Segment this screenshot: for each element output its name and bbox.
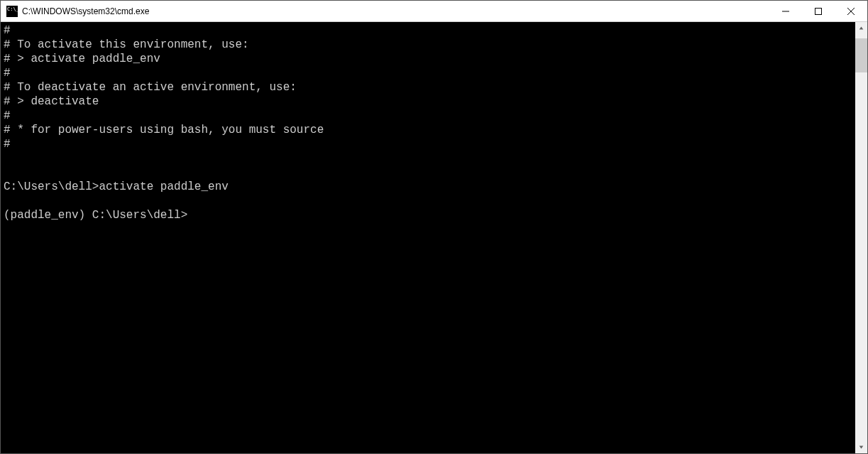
- output-line: C:\Users\dell>activate paddle_env: [4, 180, 852, 194]
- output-line: # * for power-users using bash, you must…: [4, 123, 852, 137]
- output-line: # To deactivate an active environment, u…: [4, 80, 852, 94]
- close-icon: [847, 8, 855, 15]
- output-line: #: [4, 109, 852, 123]
- chevron-down-icon: [859, 445, 864, 450]
- output-line: [4, 194, 852, 208]
- minimize-icon: [782, 8, 789, 15]
- titlebar[interactable]: C:\WINDOWS\system32\cmd.exe: [1, 1, 867, 22]
- chevron-up-icon: [859, 26, 864, 31]
- cmd-icon: [6, 6, 18, 17]
- maximize-icon: [815, 8, 822, 15]
- output-line: [4, 166, 852, 180]
- minimize-button[interactable]: [769, 1, 802, 21]
- output-line: #: [4, 66, 852, 80]
- svg-marker-4: [859, 26, 864, 29]
- output-line: #: [4, 23, 852, 38]
- close-button[interactable]: [835, 1, 867, 21]
- vertical-scrollbar[interactable]: [855, 22, 867, 453]
- terminal-area: ## To activate this environment, use:# >…: [1, 22, 867, 453]
- scroll-up-button[interactable]: [855, 22, 867, 34]
- window-controls: [769, 1, 867, 21]
- maximize-button[interactable]: [802, 1, 835, 21]
- output-line: [4, 151, 852, 166]
- prompt-line[interactable]: (paddle_env) C:\Users\dell>: [4, 209, 187, 222]
- scroll-thumb[interactable]: [855, 38, 867, 72]
- terminal-output[interactable]: ## To activate this environment, use:# >…: [1, 22, 855, 453]
- scroll-track[interactable]: [855, 34, 867, 441]
- svg-marker-5: [859, 445, 864, 448]
- output-line: #: [4, 137, 852, 151]
- output-line: # To activate this environment, use:: [4, 38, 852, 52]
- output-line: # > deactivate: [4, 94, 852, 109]
- window-title: C:\WINDOWS\system32\cmd.exe: [22, 6, 769, 16]
- scroll-down-button[interactable]: [855, 441, 867, 453]
- output-line: # > activate paddle_env: [4, 52, 852, 66]
- svg-rect-1: [815, 8, 822, 14]
